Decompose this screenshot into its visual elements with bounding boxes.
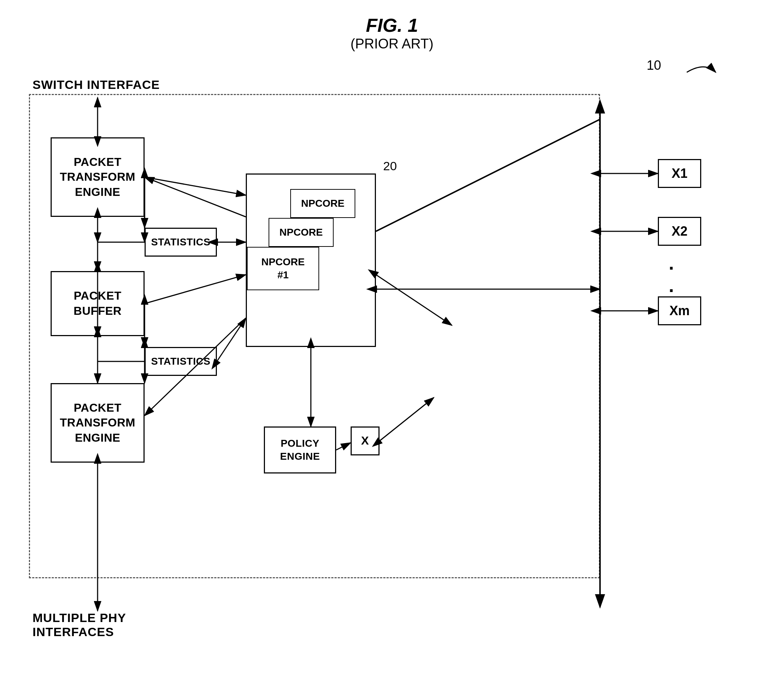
statistics-top: STATISTICS: [144, 228, 217, 257]
packet-buffer: PACKET BUFFER: [51, 271, 144, 336]
ref-10-label: 10: [646, 58, 661, 73]
npcore-3: NPCORE #1: [247, 247, 319, 290]
statistics-bottom: STATISTICS: [144, 347, 217, 376]
packet-transform-engine-top: PACKET TRANSFORM ENGINE: [51, 137, 144, 217]
x2-box: X2: [658, 217, 701, 246]
phy-label: MULTIPLE PHY INTERFACES: [33, 611, 126, 639]
npcore-group: NPCORE NPCORE NPCORE #1: [246, 174, 376, 347]
policy-engine: POLICY ENGINE: [264, 426, 336, 474]
npcore-1: NPCORE: [290, 189, 355, 218]
figure-title: FIG. 1 (PRIOR ART): [351, 15, 433, 52]
x1-box: X1: [658, 159, 701, 188]
npcore-2: NPCORE: [269, 218, 334, 247]
figure-title-main: FIG. 1: [351, 15, 433, 36]
packet-transform-engine-bottom: PACKET TRANSFORM ENGINE: [51, 383, 144, 463]
figure-title-sub: (PRIOR ART): [351, 36, 433, 52]
policy-x-box: X: [351, 426, 380, 456]
ref-20-label: 20: [383, 159, 397, 173]
xm-box: Xm: [658, 296, 701, 325]
switch-interface-label: SWITCH INTERFACE: [33, 78, 160, 92]
